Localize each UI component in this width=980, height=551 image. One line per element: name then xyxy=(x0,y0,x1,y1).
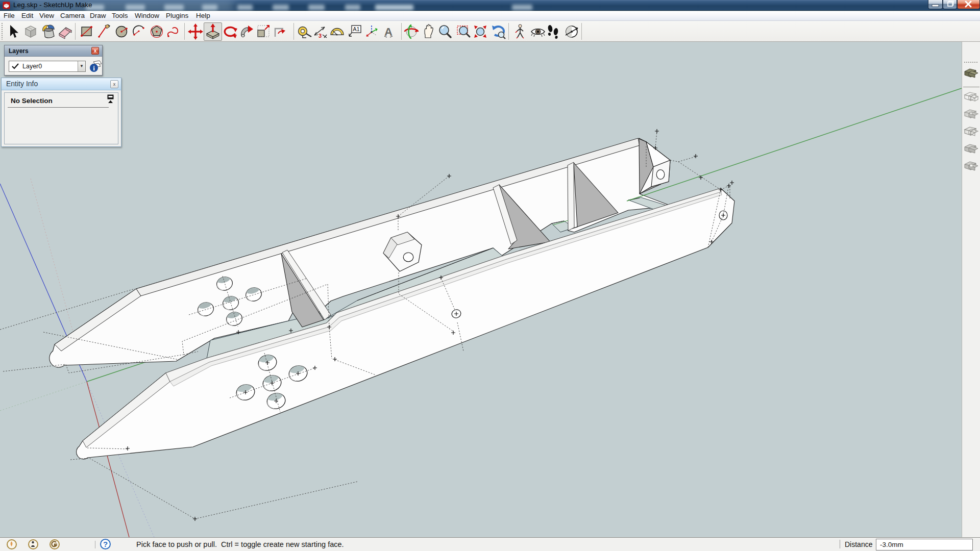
svg-text:A: A xyxy=(384,26,393,38)
svg-text:3: 3 xyxy=(318,33,322,39)
svg-text:A1: A1 xyxy=(353,26,359,32)
svg-text:i: i xyxy=(93,64,95,72)
